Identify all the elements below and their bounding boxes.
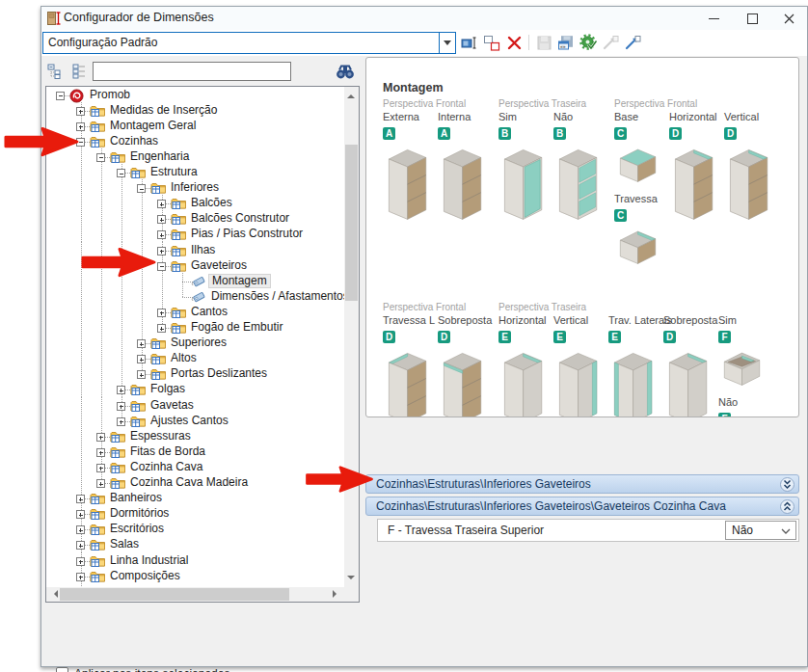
save-configuration-as-icon[interactable]: «» [556, 33, 576, 52]
expand-icon[interactable] [157, 230, 166, 239]
tree-item-engenharia[interactable]: Engenharia [46, 149, 344, 165]
expand-icon[interactable] [76, 541, 85, 550]
expand-icon[interactable] [76, 107, 85, 116]
property-row-travessa-traseira-superior: F - Travessa Traseira Superior Não [377, 519, 799, 542]
apply-selected-items-checkbox[interactable] [56, 667, 68, 672]
expand-icon[interactable] [76, 525, 85, 534]
diagram-group: Perspectiva FrontalTravessa L D Sobrepos… [383, 302, 493, 417]
option-badge: D [724, 127, 737, 140]
tree-item-label: Portas Deslizantes [168, 366, 270, 381]
collapse-icon[interactable] [137, 184, 146, 193]
search-binoculars-icon[interactable] [336, 64, 355, 80]
tree-item-linha-industrial[interactable]: Linha Industrial [46, 553, 344, 569]
tree-item-fog-o-de-embutir[interactable]: Fogão de Embutir [46, 320, 344, 336]
collapse-icon[interactable] [157, 262, 166, 271]
cabinet-illustration-vert-d [724, 141, 779, 225]
tree-item-medidas-de-inser-o[interactable]: Medidas de Inserção [46, 103, 344, 119]
expand-icon[interactable] [117, 386, 125, 394]
option-label: Sobreposta [438, 314, 493, 327]
option-label: Não [553, 111, 608, 123]
expand-icon[interactable] [137, 370, 146, 379]
collapse-icon[interactable] [56, 92, 65, 100]
tree-item-balc-es-construtor[interactable]: Balcões Construtor [46, 211, 344, 227]
collapse-tree-icon[interactable] [47, 64, 63, 79]
collapse-icon[interactable] [96, 153, 105, 162]
tree-item-altos[interactable]: Altos [46, 351, 344, 366]
section-header-gaveteiros-cozinha-cava[interactable]: Cozinhas\Estruturas\Inferiores Gaveteiro… [365, 497, 799, 516]
expand-tree-icon[interactable] [72, 64, 88, 79]
tree-item-cantos[interactable]: Cantos [46, 305, 344, 320]
scrollbar-thumb[interactable] [60, 588, 289, 601]
collapse-icon[interactable] [117, 169, 125, 177]
assembly-diagram-panel: Montagem Perspectiva FrontalExterna A In… [365, 57, 799, 417]
chevron-down-icon[interactable] [439, 33, 455, 53]
expand-icon[interactable] [137, 339, 146, 348]
tree-item-ajustes-cantos[interactable]: Ajustes Cantos [46, 414, 344, 429]
tree-item-superiores[interactable]: Superiores [46, 336, 344, 351]
maximize-button[interactable] [736, 7, 768, 30]
expand-icon[interactable] [96, 448, 105, 457]
tree-item-escrit-rios[interactable]: Escritórios [46, 522, 344, 537]
cabinet-illustration-travessa-l-d [383, 344, 438, 417]
tree-item-cozinha-cava-madeira[interactable]: Cozinha Cava Madeira [46, 475, 344, 491]
tree-item-inferiores[interactable]: Inferiores [46, 180, 344, 196]
diagram-group: Perspectiva TraseiraHorizontal E Vertica… [498, 302, 773, 417]
close-button[interactable] [772, 7, 805, 30]
rename-configuration-icon[interactable] [460, 33, 479, 52]
tree-item-salas[interactable]: Salas [46, 537, 344, 552]
tree-item-balc-es[interactable]: Balcões [46, 196, 344, 211]
tree-item-montagem-geral[interactable]: Montagem Geral [46, 119, 344, 134]
tree-item-gavetas[interactable]: Gavetas [46, 398, 344, 414]
expand-icon[interactable] [157, 247, 166, 255]
collapse-section-icon[interactable] [780, 499, 795, 514]
edit-configuration-icon[interactable] [623, 33, 642, 52]
tree-vertical-scrollbar[interactable] [344, 87, 359, 587]
apply-configuration-icon[interactable] [579, 33, 598, 52]
expand-icon[interactable] [117, 402, 125, 411]
tree-item-portas-deslizantes[interactable]: Portas Deslizantes [46, 366, 344, 382]
option-label: Sim [718, 314, 773, 327]
expand-icon[interactable] [117, 417, 125, 426]
tree-item-dormit-rios[interactable]: Dormitórios [46, 506, 344, 522]
expand-icon[interactable] [157, 200, 166, 208]
tree-item-fitas-de-borda[interactable]: Fitas de Borda [46, 444, 344, 460]
minimize-button[interactable] [697, 7, 730, 30]
perspective-label: Perspectiva Frontal [383, 98, 493, 111]
copy-configuration-icon[interactable] [482, 33, 501, 52]
expand-icon[interactable] [76, 510, 85, 519]
annotation-arrow-cozinhas [4, 125, 79, 162]
expand-icon[interactable] [157, 324, 166, 333]
property-value-select[interactable]: Não [725, 521, 796, 540]
tree-item-label: Escritórios [107, 522, 167, 536]
delete-configuration-icon[interactable] [504, 33, 524, 52]
tree-item-espessuras[interactable]: Espessuras [46, 429, 344, 444]
section-header-inferiores-gaveteiros[interactable]: Cozinhas\Estruturas\Inferiores Gaveteiro… [365, 474, 799, 494]
tree-item-composi-es[interactable]: Composições [46, 569, 344, 584]
diagram-row: Perspectiva FrontalExterna A Interna A P… [383, 98, 785, 275]
expand-icon[interactable] [96, 464, 105, 472]
scroll-down-icon [347, 576, 355, 583]
expand-icon[interactable] [76, 495, 85, 503]
expand-icon[interactable] [137, 355, 146, 363]
tree-item-label: Balcões [188, 196, 235, 210]
tree-item-dimens-es-afastamentos[interactable]: Dimensões / Afastamentos [46, 289, 344, 305]
expand-icon[interactable] [76, 573, 85, 581]
tree-item-estrutura[interactable]: Estrutura [46, 165, 344, 180]
search-input[interactable] [93, 62, 291, 81]
tree-item-cozinhas[interactable]: Cozinhas [46, 134, 344, 149]
tree-item-pias-pias-construtor[interactable]: Pias / Pias Construtor [46, 227, 344, 242]
tree-item-folgas[interactable]: Folgas [46, 382, 344, 397]
expand-icon[interactable] [157, 309, 166, 317]
expand-section-icon[interactable] [780, 477, 795, 492]
tree-item-banheiros[interactable]: Banheiros [46, 491, 344, 506]
option-label: Externa [383, 111, 438, 123]
scrollbar-thumb[interactable] [345, 145, 358, 301]
tree-horizontal-scrollbar[interactable] [46, 587, 344, 602]
expand-icon[interactable] [157, 215, 166, 224]
configuration-select[interactable]: Configuração Padrão [42, 32, 456, 54]
expand-icon[interactable] [96, 479, 105, 488]
tree-item-promob[interactable]: Promob [46, 88, 344, 103]
tree-item-cozinha-cava[interactable]: Cozinha Cava [46, 460, 344, 475]
expand-icon[interactable] [76, 557, 85, 566]
expand-icon[interactable] [96, 433, 105, 442]
